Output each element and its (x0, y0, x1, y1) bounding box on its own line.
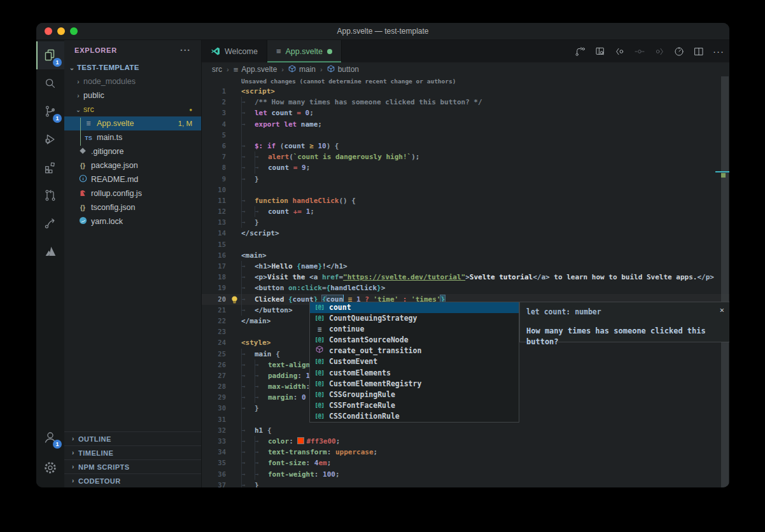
line-number[interactable]: 30 (202, 403, 226, 414)
line-number[interactable]: 13 (202, 217, 226, 228)
title-bar[interactable]: App.svelte — test-template (36, 23, 729, 40)
suggestion-continue[interactable]: ≡continue (310, 324, 519, 335)
code-line-5[interactable]: 5 (202, 130, 729, 141)
navigate-forward-icon[interactable] (654, 46, 665, 57)
suggestion-customelementregistry[interactable]: [@]CustomElementRegistry (310, 379, 519, 389)
line-number[interactable]: 14 (202, 228, 226, 239)
code-line-14[interactable]: 14</script> (202, 228, 729, 239)
line-number[interactable]: 12 (202, 206, 226, 217)
code-line-15[interactable]: 15 (202, 239, 729, 250)
code-line-35[interactable]: 35→→font-size: 4em; (202, 458, 729, 468)
source-control-icon[interactable]: 1 (41, 102, 59, 120)
settings-icon[interactable] (41, 459, 59, 477)
section-timeline[interactable]: ›TIMELINE (64, 445, 201, 459)
tree-item-public[interactable]: ›public (64, 88, 201, 102)
section-codetour[interactable]: ›CODETOUR (64, 473, 201, 487)
line-number[interactable]: 34 (202, 447, 226, 458)
line-number[interactable]: 10 (202, 185, 226, 195)
explorer-actions-icon[interactable]: ··· (180, 45, 191, 55)
line-number[interactable]: 27 (202, 370, 226, 381)
more-actions-icon[interactable]: ··· (713, 46, 724, 57)
run-debug-icon[interactable] (41, 130, 59, 148)
scrollbar[interactable] (720, 76, 729, 487)
tree-item-yarn-lock[interactable]: yarn.lock (64, 214, 201, 228)
line-number[interactable]: 5 (202, 130, 226, 141)
zoom-window-button[interactable] (70, 27, 78, 35)
code-line-16[interactable]: 16<main> (202, 250, 729, 261)
close-window-button[interactable] (45, 27, 52, 35)
code-line-36[interactable]: 36→→font-weight: 100; (202, 469, 729, 480)
breadcrumb-item-main[interactable]: main (288, 65, 316, 74)
code-editor[interactable]: Unsaved changes (cannot determine recent… (202, 76, 729, 487)
tree-root-test-template[interactable]: ⌄ TEST-TEMPLATE (64, 60, 201, 74)
line-number[interactable]: 8 (202, 162, 226, 173)
line-number[interactable]: 31 (202, 414, 226, 425)
code-line-37[interactable]: 37→} (202, 480, 729, 487)
line-number[interactable]: 29 (202, 392, 226, 403)
live-share-icon[interactable] (41, 214, 59, 232)
code-line-10[interactable]: 10 (202, 185, 729, 195)
tree-item-rollup-config-js[interactable]: rollup.config.js (64, 186, 201, 200)
line-number[interactable]: 37 (202, 480, 226, 487)
line-number[interactable]: 19 (202, 283, 226, 293)
code-line-6[interactable]: 6→$: if (count ≥ 10) { (202, 141, 729, 151)
github-pull-requests-icon[interactable] (41, 186, 59, 204)
section-outline[interactable]: ›OUTLINE (64, 431, 201, 445)
extensions-icon[interactable] (41, 158, 59, 176)
line-number[interactable]: 1 (202, 86, 226, 97)
line-number[interactable]: 23 (202, 326, 226, 337)
minimize-window-button[interactable] (57, 27, 65, 35)
section-npm-scripts[interactable]: ›NPM SCRIPTS (64, 459, 201, 473)
split-editor-icon[interactable] (693, 46, 705, 57)
code-line-3[interactable]: 3→let count = 0; (202, 108, 729, 118)
code-line-18[interactable]: 18→<p>Visit the <a href="https://svelte.… (202, 272, 729, 283)
suggestion-cssconditionrule[interactable]: [@]CSSConditionRule (310, 411, 519, 422)
line-number[interactable]: 9 (202, 174, 226, 185)
line-number[interactable]: 20 (202, 294, 226, 305)
tab-app-svelte[interactable]: ≡ App.svelte (267, 40, 342, 62)
scrollbar-thumb[interactable] (721, 76, 729, 487)
suggestion-count[interactable]: [@]count (310, 302, 519, 313)
line-number[interactable]: 21 (202, 305, 226, 316)
open-preview-icon[interactable] (594, 46, 606, 57)
line-number[interactable]: 36 (202, 469, 226, 480)
suggestion-cssgroupingrule[interactable]: [@]CSSGroupingRule (310, 389, 519, 400)
breadcrumb-item-app-svelte[interactable]: ≡App.svelte (234, 65, 277, 74)
code-line-11[interactable]: 11→function handleClick() { (202, 195, 729, 206)
tree-item-package-json[interactable]: {}package.json (64, 158, 201, 172)
navigate-current-icon[interactable] (634, 46, 645, 57)
line-number[interactable]: 15 (202, 239, 226, 250)
tree-item-app-svelte[interactable]: ≡App.svelte1, M (64, 116, 201, 130)
open-changes-icon[interactable] (575, 46, 586, 57)
code-line-33[interactable]: 33→→color: #ff3e00; (202, 436, 729, 447)
code-line-9[interactable]: 9→} (202, 174, 729, 185)
code-line-34[interactable]: 34→→text-transform: uppercase; (202, 447, 729, 458)
code-line-2[interactable]: 2→/** How many times has someone clicked… (202, 97, 729, 108)
line-number[interactable]: 33 (202, 436, 226, 447)
line-number[interactable]: 11 (202, 195, 226, 206)
suggestion-cssfontfacerule[interactable]: [@]CSSFontFaceRule (310, 400, 519, 411)
tree-item--gitignore[interactable]: .gitignore (64, 144, 201, 158)
breadcrumb-item-button[interactable]: button (327, 65, 359, 74)
tree-item-tsconfig-json[interactable]: {}tsconfig.json (64, 200, 201, 214)
code-line-7[interactable]: 7→→alert(`count is dangerously high!`); (202, 151, 729, 162)
line-number[interactable]: 4 (202, 119, 226, 130)
code-line-19[interactable]: 19→<button on:click={handleClick}> (202, 283, 729, 293)
suggestion-create_out_transition[interactable]: create_out_transition (310, 346, 519, 356)
suggestion-constantsourcenode[interactable]: [@]ConstantSourceNode (310, 335, 519, 346)
suggestion-customevent[interactable]: [@]CustomEvent (310, 356, 519, 367)
code-line-12[interactable]: 12→→count += 1; (202, 206, 729, 217)
navigate-back-icon[interactable] (614, 46, 626, 57)
line-number[interactable]: 17 (202, 261, 226, 272)
line-number[interactable]: 6 (202, 141, 226, 151)
accounts-icon[interactable]: 1 (41, 428, 59, 446)
code-line-13[interactable]: 13→} (202, 217, 729, 228)
line-number[interactable]: 16 (202, 250, 226, 261)
suggestion-countqueuingstrategy[interactable]: [@]CountQueuingStrategy (310, 313, 519, 324)
line-number[interactable]: 32 (202, 425, 226, 436)
search-icon[interactable] (41, 74, 59, 92)
line-number[interactable]: 3 (202, 108, 226, 118)
line-number[interactable]: 26 (202, 360, 226, 370)
line-number[interactable]: 25 (202, 349, 226, 360)
code-line-17[interactable]: 17→<h1>Hello {name}!</h1> (202, 261, 729, 272)
